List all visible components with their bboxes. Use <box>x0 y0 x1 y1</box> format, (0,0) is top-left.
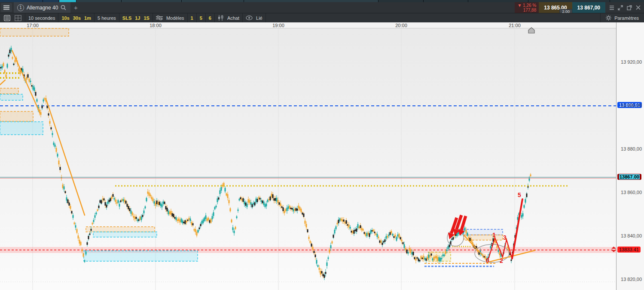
price-axis-tick: 13 900,00 <box>621 103 642 108</box>
drawn-zone-box <box>93 232 157 237</box>
layout-grid-button[interactable] <box>14 15 22 22</box>
models-button[interactable]: Modèles <box>153 13 188 23</box>
price-axis-tick: 13 840,00 <box>621 233 642 238</box>
price-axis[interactable]: 13 899,91 13867.00 13833.41 13 920,0013 … <box>616 22 644 290</box>
price-label-alert-text: 13833.41 <box>619 247 639 252</box>
house-marker <box>528 28 534 33</box>
change-absolute: 177,88 <box>523 8 537 12</box>
window-controls <box>605 5 644 10</box>
price-axis-tick: 13 820,00 <box>621 277 642 282</box>
gear-icon <box>606 15 611 21</box>
preset-6-button[interactable]: 6 <box>206 13 215 23</box>
preset-1-label: 1 <box>191 15 193 21</box>
preset-5-button[interactable]: 5 <box>197 13 206 23</box>
trendline <box>12 50 40 113</box>
drawn-zone-box <box>0 111 33 121</box>
grid-icon <box>15 15 21 21</box>
wave-number-label: 5 <box>518 191 521 198</box>
period-group: SLS 1J 1S <box>119 13 153 23</box>
achat-button[interactable]: Achat <box>215 13 243 23</box>
drawn-zone-box <box>0 28 69 36</box>
wave-number-label: 3 <box>503 234 507 241</box>
chart-list-button[interactable] <box>3 15 11 22</box>
chart-area[interactable]: 17:0018:0019:0020:0021:00 01235 <box>0 22 616 290</box>
tf-30s-button[interactable]: 30s <box>73 15 81 21</box>
search-icon[interactable] <box>61 5 66 10</box>
new-tab-button[interactable]: + <box>70 4 81 11</box>
drawn-zone-box <box>0 88 18 94</box>
wave-number-label: 1 <box>492 231 496 238</box>
buy-price-button[interactable]: 13 867,00 <box>572 2 605 13</box>
parametres-label: Paramètres <box>614 15 639 21</box>
lie-label: Lié <box>256 15 262 21</box>
duration-label: 5 heures <box>98 15 116 21</box>
instrument-tab[interactable]: 1 Allemagne 40 <box>14 2 70 13</box>
achat-label: Achat <box>227 15 239 21</box>
wave-number-label: 0 <box>486 257 489 264</box>
lie-button[interactable]: Lié <box>243 13 266 23</box>
models-label: Modèles <box>166 15 184 21</box>
duration-display-button[interactable]: 5 heures <box>95 13 119 23</box>
sliders-icon <box>156 15 163 21</box>
wave-number-label: 2 <box>500 257 503 264</box>
close-icon[interactable] <box>636 5 641 10</box>
tf-1s-button[interactable]: 1S <box>143 15 149 21</box>
price-axis-tick: 13 880,00 <box>621 146 642 151</box>
layout-group <box>0 13 25 23</box>
tf-1m-button[interactable]: 1m <box>84 15 91 21</box>
drawn-zone-box <box>0 94 23 100</box>
change-block: ▼ 1,26 % 177,88 <box>515 2 539 13</box>
chart-canvas: 01235 <box>0 22 616 290</box>
title-bar: 1 Allemagne 40 + ▼ 1,26 % 177,88 13 865,… <box>0 2 644 13</box>
preset-5-label: 5 <box>200 15 202 21</box>
candlestick-icon <box>218 15 224 21</box>
list-icon <box>4 15 10 21</box>
tab-number-badge: 1 <box>17 4 24 11</box>
change-percent: ▼ 1,26 % <box>517 3 536 8</box>
tf-1j-button[interactable]: 1J <box>135 15 140 21</box>
popout-icon[interactable] <box>627 5 632 10</box>
price-label-current[interactable]: 13867.00 <box>617 174 641 180</box>
trendline <box>46 100 85 215</box>
eye-icon <box>246 15 253 20</box>
hamburger-icon <box>3 5 9 10</box>
price-label-current-text: 13867.00 <box>619 174 640 179</box>
trendline <box>0 80 5 85</box>
drawn-zone-box <box>84 251 198 261</box>
drawn-zone-box <box>0 122 43 135</box>
interval-display-button[interactable]: 10 secondes <box>25 13 58 23</box>
chart-toolbar: 10 secondes 10s 30s 1m 5 heures SLS 1J 1… <box>0 13 644 22</box>
expand-icon[interactable] <box>618 5 623 10</box>
alert-arrows-icon[interactable] <box>611 247 617 253</box>
tab-title: Allemagne 40 <box>27 5 58 11</box>
drag-handle-icon[interactable] <box>610 5 614 10</box>
price-axis-tick: 13 860,00 <box>621 190 642 195</box>
preset-1-button[interactable]: 1 <box>188 13 197 23</box>
quote-cluster: ▼ 1,26 % 177,88 13 865,00 13 867,00 2,00 <box>515 2 605 13</box>
timeframe-group: 10s 30s 1m <box>58 13 95 23</box>
tf-10s-button[interactable]: 10s <box>61 15 69 21</box>
drawn-zone-box <box>86 227 155 232</box>
drawn-zone-box <box>463 229 503 235</box>
interval-label: 10 secondes <box>28 15 55 21</box>
price-axis-tick: 13 920,00 <box>621 59 642 65</box>
tf-sls-button[interactable]: SLS <box>122 15 131 21</box>
preset-6-label: 6 <box>209 15 211 21</box>
main-menu-button[interactable] <box>1 3 12 12</box>
price-label-alert[interactable]: 13833.41 <box>617 247 641 253</box>
parametres-button[interactable]: Paramètres <box>600 13 644 23</box>
